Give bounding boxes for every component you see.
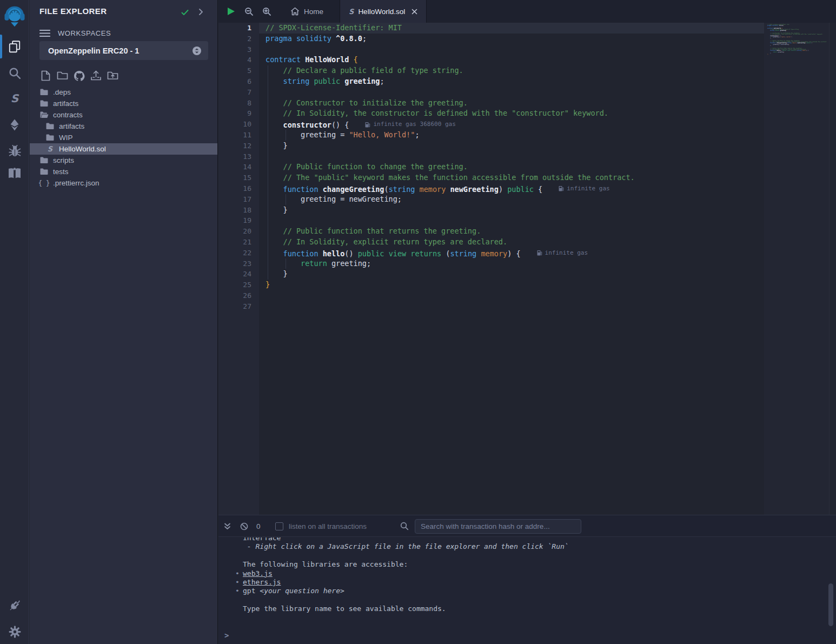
workspace-select[interactable]: OpenZeppelin ERC20 - 1 [39,41,208,60]
solidity-file-icon: S [45,145,55,152]
tab-helloworld-sol[interactable]: SHelloWorld.sol [340,0,427,23]
github-import-icon[interactable] [73,70,85,83]
zoom-in-icon[interactable] [262,7,271,16]
tree-item-scripts[interactable]: scripts [30,155,217,166]
code-line-1[interactable]: // SPDX-License-Identifier: MIT [259,23,764,34]
code-line-23[interactable]: return greeting; [259,258,764,269]
terminal-line: •ethers.js [243,578,828,587]
folder-icon [39,168,49,175]
tree-item-artifacts[interactable]: artifacts [30,121,217,132]
terminal-line: •gpt <your question here> [243,587,828,595]
code-line-19[interactable] [259,215,764,226]
terminal-prompt[interactable]: > [224,631,229,640]
tree-item-label: scripts [53,156,74,164]
upload-folder-icon[interactable] [107,70,118,83]
code-line-25[interactable]: } [259,280,764,290]
tree-item--deps[interactable]: .deps [30,87,217,98]
code-line-20[interactable]: // Public function that returns the gree… [259,226,764,237]
tree-item-label: contracts [53,111,83,119]
line-number-gutter: 1234567891011121314151617181920212223242… [218,23,259,515]
code-line-3[interactable] [259,44,764,55]
remix-ide-window: S FILE EXPLORER WORKSPACES OpenZeppelin … [0,0,836,644]
workspaces-menu-icon[interactable] [39,29,50,37]
collapse-panel-chevron-icon[interactable] [197,8,204,16]
terminal-link-ethers-js[interactable]: ethers.js [243,578,281,586]
code-line-26[interactable] [259,290,764,301]
workspace-selected-value: OpenZeppelin ERC20 - 1 [48,47,192,55]
code-line-17[interactable]: greeting = newGreeting; [259,194,764,205]
folder-icon [45,134,55,141]
plugin-manager-icon[interactable] [0,595,29,616]
folder-icon [39,157,49,164]
code-line-22[interactable]: function hello() public view returns (st… [259,248,764,258]
file-explorer-toolbar [39,70,118,83]
code-line-9[interactable]: // In Solidity, the constructor is defin… [259,108,764,119]
file-tree: .depsartifactscontractsartifactsWIPSHell… [30,87,217,189]
code-line-10[interactable]: constructor() {infinite gas 368600 gas [259,119,764,130]
clear-console-icon[interactable] [240,515,248,537]
code-line-14[interactable]: // Public function to change the greetin… [259,162,764,172]
code-editor[interactable]: 1234567891011121314151617181920212223242… [218,23,836,515]
remix-logo-icon[interactable] [0,4,29,30]
listen-transactions-label: listen on all transactions [289,522,367,530]
activity-bar: S [0,0,29,644]
close-tab-icon[interactable] [412,9,417,15]
main-area: HomeSHelloWorld.sol 12345678910111213141… [218,0,836,644]
transaction-search-input[interactable] [415,519,581,534]
debugger-icon[interactable] [0,140,29,162]
tab-label: HelloWorld.sol [358,8,405,16]
minimap[interactable]: // SPDX-License-Identifier: MITpragma so… [764,23,829,515]
code-line-6[interactable]: string public greeting; [259,76,764,87]
tab-home[interactable]: Home [282,0,332,23]
terminal-scrollbar-thumb[interactable] [828,583,833,626]
gas-estimate-badge: infinite gas [559,183,609,194]
code-line-5[interactable]: // Declare a public field of type string… [259,65,764,76]
code-line-13[interactable] [259,151,764,162]
code-line-4[interactable]: contract HelloWorld { [259,55,764,65]
code-line-2[interactable]: pragma solidity ^0.8.0; [259,34,764,44]
zoom-out-icon[interactable] [244,7,254,16]
code-line-27[interactable] [259,301,764,312]
tree-item-tests[interactable]: tests [30,166,217,177]
code-line-24[interactable]: } [259,269,764,280]
listen-transactions-checkbox[interactable] [275,522,283,530]
terminal-line: Type the library name to see available c… [243,605,828,613]
new-file-icon[interactable] [39,70,51,83]
terminal-line: The following libraries are accessible: [243,560,828,569]
editor-scrollbar[interactable] [829,23,836,515]
file-explorer-icon[interactable] [0,36,29,57]
new-folder-icon[interactable] [56,70,68,83]
tree-item-label: HelloWorld.sol [59,145,106,153]
file-explorer-panel: FILE EXPLORER WORKSPACES OpenZeppelin ER… [30,0,218,644]
terminal-expand-icon[interactable] [223,515,231,537]
code-line-15[interactable]: // The "public" keyword makes the functi… [259,172,764,183]
deploy-run-icon[interactable] [0,114,29,136]
terminal-search-icon [400,515,409,537]
search-icon[interactable] [0,62,29,84]
code-line-21[interactable]: // In Solidity, explicit return types ar… [259,237,764,248]
gas-estimate-badge: infinite gas [537,248,588,258]
tree-item-artifacts[interactable]: artifacts [30,98,217,109]
code-line-16[interactable]: function changeGreeting(string memory ne… [259,183,764,194]
tree-item-helloworld-sol[interactable]: SHelloWorld.sol [30,143,217,155]
tree-item--prettierrc-json[interactable]: { }.prettierrc.json [30,177,217,189]
check-icon[interactable] [181,8,189,17]
code-line-7[interactable] [259,87,764,98]
editor-tabbar: HomeSHelloWorld.sol [218,0,836,23]
code-line-18[interactable]: } [259,205,764,216]
code-line-12[interactable]: } [259,141,764,151]
solidity-compiler-icon[interactable]: S [0,88,29,109]
upload-file-icon[interactable] [90,70,102,83]
settings-icon[interactable] [0,621,29,642]
tree-item-wip[interactable]: WIP [30,132,217,143]
tree-item-contracts[interactable]: contracts [30,109,217,121]
transaction-count-badge: 0 [256,515,261,537]
terminal-link-web3-js[interactable]: web3.js [243,569,273,577]
panel-title: FILE EXPLORER [39,6,107,16]
run-script-button[interactable] [226,6,236,16]
code-line-8[interactable]: // Constructor to initialize the greetin… [259,98,764,109]
code-line-11[interactable]: greeting = "Hello, World!"; [259,130,764,141]
code-area[interactable]: // SPDX-License-Identifier: MITpragma so… [259,23,764,515]
terminal-line [243,552,828,560]
learneth-icon[interactable] [0,163,29,184]
